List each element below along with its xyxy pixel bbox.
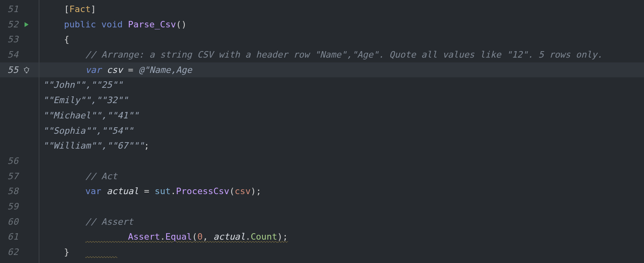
svg-line-3 — [29, 68, 29, 69]
line-number: 60 — [0, 214, 19, 230]
method-call: Equal — [165, 232, 192, 242]
comment: // Act — [85, 169, 117, 184]
method-name: Parse_Csv — [128, 17, 176, 32]
variable: csv — [107, 62, 123, 78]
gutter-row[interactable] — [0, 138, 39, 153]
code-line[interactable]: { — [39, 32, 644, 47]
code-line[interactable]: ""Emily"",""32"" — [39, 93, 644, 108]
code-editor[interactable]: 51 52 53 54 55 — [0, 0, 644, 263]
string: ""John"",""25"" — [43, 77, 123, 93]
gutter-row[interactable]: 53 — [0, 32, 39, 47]
variable: actual — [213, 232, 245, 242]
gutter-row[interactable]: 62 — [0, 244, 39, 260]
paren: ( — [229, 184, 235, 199]
code-line[interactable] — [39, 153, 644, 169]
code-line[interactable] — [39, 199, 644, 214]
line-number: 62 — [0, 244, 19, 260]
string: ""Michael"",""41"" — [43, 108, 138, 123]
paren: ); — [251, 184, 262, 199]
code-line[interactable]: public void Parse_Csv() — [39, 17, 644, 32]
code-area[interactable]: [Fact] public void Parse_Csv() { // Arra… — [39, 0, 644, 263]
code-line[interactable]: ""Sophia"",""54"" — [39, 123, 644, 139]
brace: } — [64, 244, 69, 260]
string-quote: " — [144, 62, 149, 78]
code-line[interactable]: var actual = sut.ProcessCsv(csv); — [39, 184, 644, 199]
line-number: 51 — [0, 2, 19, 17]
line-number: 54 — [0, 47, 19, 62]
bracket: ] — [91, 2, 96, 17]
gutter-row[interactable]: 51 — [0, 2, 39, 17]
paren: ( — [192, 232, 197, 242]
operator: = — [138, 184, 155, 199]
parens: () — [176, 17, 187, 32]
line-number: 59 — [0, 199, 19, 214]
bracket: [ — [64, 2, 69, 17]
comma: , — [202, 232, 213, 242]
operator: = — [123, 62, 139, 78]
string: ""Emily"",""32"" — [43, 93, 128, 108]
line-number: 56 — [0, 153, 19, 169]
line-number: 57 — [0, 169, 19, 184]
variable: actual — [107, 184, 138, 199]
line-number: 61 — [0, 229, 19, 244]
string-prefix: @ — [138, 62, 144, 78]
gutter-row[interactable]: 61 — [0, 229, 39, 244]
gutter-row[interactable]: 58 — [0, 184, 39, 199]
gutter-row[interactable]: 59 — [0, 199, 39, 214]
field: sut — [155, 184, 171, 199]
dot: . — [160, 232, 165, 242]
line-number: 58 — [0, 184, 19, 199]
dot: . — [245, 232, 250, 242]
string: Name,Age — [149, 62, 192, 78]
number: 0 — [197, 232, 202, 242]
keyword: public — [64, 17, 96, 32]
code-line[interactable]: ""Michael"",""41"" — [39, 108, 644, 123]
gutter-row[interactable] — [0, 77, 39, 93]
code-line[interactable]: // Arrange: a string CSV with a header r… — [39, 47, 644, 62]
svg-line-2 — [24, 68, 24, 69]
keyword: void — [101, 17, 123, 32]
attribute: Fact — [69, 2, 91, 17]
gutter-row[interactable]: 52 — [0, 17, 39, 32]
code-line[interactable]: // Act — [39, 169, 644, 184]
keyword: var — [85, 62, 101, 78]
semicolon: ; — [144, 138, 149, 153]
code-line[interactable]: ""William"",""67"""; — [39, 138, 644, 153]
brace: { — [64, 32, 69, 47]
lightbulb-icon[interactable] — [19, 66, 35, 74]
property: Count — [251, 232, 277, 242]
string: ""Sophia"",""54"" — [43, 123, 133, 139]
keyword: var — [85, 184, 101, 199]
string: ""William"",""67""" — [43, 138, 144, 153]
dot: . — [171, 184, 176, 199]
gutter-row[interactable] — [0, 123, 39, 139]
line-number: 55 — [0, 62, 19, 78]
line-number: 52 — [0, 17, 19, 32]
gutter-row[interactable]: 54 — [0, 47, 39, 62]
code-line-active[interactable]: var csv = @"Name,Age — [39, 62, 644, 78]
run-test-icon[interactable] — [19, 21, 35, 28]
line-number: 53 — [0, 32, 19, 47]
comment: // Arrange: a string CSV with a header r… — [85, 47, 603, 62]
gutter-row[interactable]: 57 — [0, 169, 39, 184]
method-call: ProcessCsv — [176, 184, 229, 199]
gutter-row[interactable] — [0, 108, 39, 123]
gutter-row[interactable]: 56 — [0, 153, 39, 169]
argument: csv — [235, 184, 251, 199]
gutter-row[interactable]: 60 — [0, 214, 39, 230]
code-line[interactable]: Assert.Equal(0, actual.Count); — [39, 229, 644, 244]
code-line[interactable]: ""John"",""25"" — [39, 77, 644, 93]
class-name: Assert — [128, 232, 160, 242]
gutter: 51 52 53 54 55 — [0, 0, 39, 263]
paren: ); — [277, 232, 288, 242]
gutter-row[interactable] — [0, 93, 39, 108]
code-line[interactable]: [Fact] — [39, 2, 644, 17]
gutter-row[interactable]: 55 — [0, 62, 39, 78]
